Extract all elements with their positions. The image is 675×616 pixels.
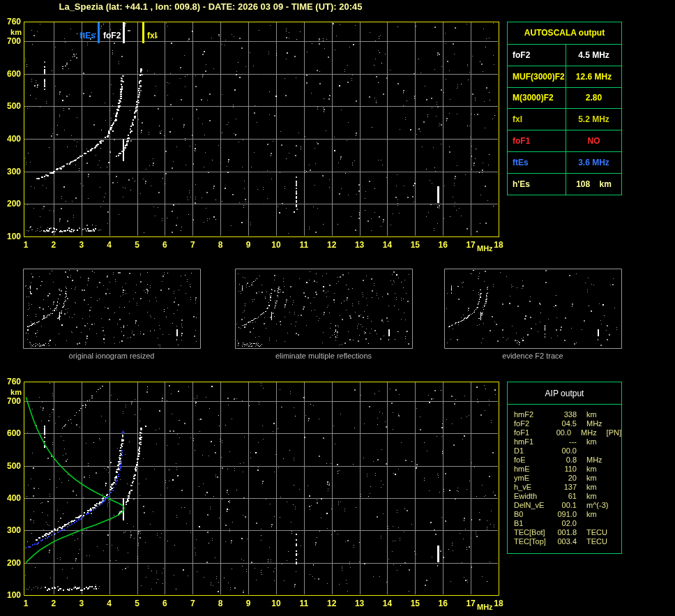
aip-row-hmf2: hmF2338km xyxy=(514,410,621,419)
x-axis-tick: 16 xyxy=(434,240,452,250)
aip-row-d1: D100.0 xyxy=(514,446,621,456)
x-axis-unit: MHz xyxy=(477,244,493,253)
aip-row-unit: km xyxy=(586,483,614,492)
y-axis-tick: 700 xyxy=(0,396,21,406)
aip-row-label: TEC[Top] xyxy=(514,537,554,546)
aip-row-value: 110 xyxy=(554,465,577,474)
autoscala-row-label: h'Es xyxy=(508,174,566,195)
autoscala-row-m3000f2: M(3000)F22.80 xyxy=(508,88,621,110)
aip-output-table: AIP output hmF2338kmfoF204.5MHzfoF100.0M… xyxy=(507,382,622,554)
autoscala-row-label: foF1 xyxy=(508,130,566,151)
y-axis-unit: km xyxy=(1,28,22,36)
x-axis-tick: 8 xyxy=(211,240,229,250)
aip-row-label: hmF1 xyxy=(514,437,554,446)
x-axis-tick: 12 xyxy=(323,599,341,608)
aip-row-value: 02.0 xyxy=(554,519,577,528)
x-axis-tick: 4 xyxy=(100,240,119,250)
thumbnail-caption: evidence F2 trace xyxy=(444,352,621,360)
aip-table-title: AIP output xyxy=(508,382,621,405)
x-axis-tick: 15 xyxy=(406,599,424,608)
aip-row-unit: km xyxy=(586,410,614,419)
x-axis-tick: 1 xyxy=(17,240,35,250)
aip-row-unit xyxy=(586,446,614,456)
aip-row-unit xyxy=(586,519,614,528)
autoscala-row-fof2: foF24.5 MHz xyxy=(508,45,621,66)
x-axis-tick: 7 xyxy=(183,599,202,608)
aip-row-fof1: foF100.0MHz[PN] xyxy=(514,428,621,437)
aip-row-hmf1: hmF1---km xyxy=(514,437,621,446)
autoscala-row-fxi: fxI5.2 MHz xyxy=(508,109,621,130)
aip-row-hme: hmE110km xyxy=(514,465,621,474)
aip-row-tectop: TEC[Top]003.4TECU xyxy=(514,537,621,546)
aip-row-note: [PN] xyxy=(607,428,621,437)
x-axis-tick: 7 xyxy=(183,240,202,250)
autoscala-output-table: AUTOSCALA output foF24.5 MHzMUF(3000)F21… xyxy=(507,22,622,195)
autoscala-row-label: M(3000)F2 xyxy=(508,88,566,109)
aip-row-unit: km xyxy=(586,465,614,474)
aip-row-b1: B102.0 xyxy=(514,519,621,528)
x-axis-tick: 10 xyxy=(267,599,285,608)
x-axis-tick: 9 xyxy=(239,599,257,608)
y-axis-tick: 400 xyxy=(0,134,21,144)
aip-row-value: 338 xyxy=(554,410,577,419)
aip-row-value: 00.1 xyxy=(554,501,577,510)
aip-row-value: 091.0 xyxy=(554,510,577,519)
x-axis-tick: 5 xyxy=(128,240,146,250)
autoscala-row-label: foF2 xyxy=(508,45,566,66)
x-axis-tick: 4 xyxy=(100,599,119,608)
autoscala-row-label: MUF(3000)F2 xyxy=(508,66,566,87)
autoscala-table-title: AUTOSCALA output xyxy=(508,22,621,45)
x-axis-tick: 14 xyxy=(378,240,396,250)
aip-row-label: foF1 xyxy=(514,428,550,437)
y-axis-tick: 760 xyxy=(0,17,21,27)
autoscala-row-ftes: ftEs3.6 MHz xyxy=(508,152,621,174)
y-axis-tick: 200 xyxy=(0,199,21,209)
x-axis-tick: 11 xyxy=(295,599,313,608)
x-axis-tick: 2 xyxy=(45,240,63,250)
aip-row-label: h_vE xyxy=(514,483,554,492)
aip-row-label: hmF2 xyxy=(514,410,554,419)
x-axis-tick: 15 xyxy=(406,240,424,250)
aip-row-label: hmE xyxy=(514,465,554,474)
autoscala-screen: { "title": "La_Spezia (lat: +44.1 , lon:… xyxy=(0,0,675,616)
x-axis-tick: 8 xyxy=(211,599,229,608)
aip-row-unit: TECU xyxy=(586,528,614,537)
aip-row-foe: foE0.8MHz xyxy=(514,456,621,465)
aip-row-unit: km xyxy=(586,437,614,446)
aip-row-label: B0 xyxy=(514,510,554,519)
x-axis-tick: 14 xyxy=(378,599,396,608)
aip-row-value: 001.8 xyxy=(554,528,577,537)
marker-label-ftes: ftEs xyxy=(68,31,96,40)
x-axis-tick: 13 xyxy=(351,599,369,608)
aip-row-value: 137 xyxy=(554,483,577,492)
x-axis-tick: 1 xyxy=(17,599,35,608)
y-axis-tick: 600 xyxy=(0,69,21,79)
autoscala-row-muf3000f2: MUF(3000)F212.6 MHz xyxy=(508,66,621,88)
aip-row-hve: h_vE137km xyxy=(514,483,621,492)
aip-row-label: foF2 xyxy=(514,419,554,428)
autoscala-table-body: foF24.5 MHzMUF(3000)F212.6 MHzM(3000)F22… xyxy=(508,45,621,195)
x-axis-tick: 6 xyxy=(156,599,174,608)
aip-row-value: 00.0 xyxy=(554,446,577,456)
aip-row-unit: m^(-3) xyxy=(586,501,614,510)
autoscala-row-hes: h'Es108 km xyxy=(508,174,621,195)
y-axis-tick: 500 xyxy=(0,461,21,471)
aip-row-fof2: foF204.5MHz xyxy=(514,419,621,428)
aip-row-value: 04.5 xyxy=(554,419,577,428)
thumbnail-caption: eliminate multiple reflections xyxy=(235,352,412,360)
autoscala-row-value: 108 km xyxy=(566,174,621,195)
aip-row-label: foE xyxy=(514,456,554,465)
aip-row-unit: km xyxy=(586,510,614,519)
aip-row-value: 00.0 xyxy=(550,428,571,437)
y-axis-tick: 700 xyxy=(0,36,21,46)
y-axis-tick: 400 xyxy=(0,493,21,503)
y-axis-tick: 500 xyxy=(0,101,21,111)
autoscala-row-label: fxI xyxy=(508,109,566,130)
x-axis-tick: 6 xyxy=(156,240,174,250)
aip-row-unit: TECU xyxy=(586,537,614,546)
autoscala-row-value: 2.80 xyxy=(566,88,621,109)
y-axis-unit: km xyxy=(1,388,22,396)
x-axis-tick: 12 xyxy=(323,240,341,250)
marker-label-fof2: foF2 xyxy=(103,31,121,40)
autoscala-row-label: ftEs xyxy=(508,152,566,173)
